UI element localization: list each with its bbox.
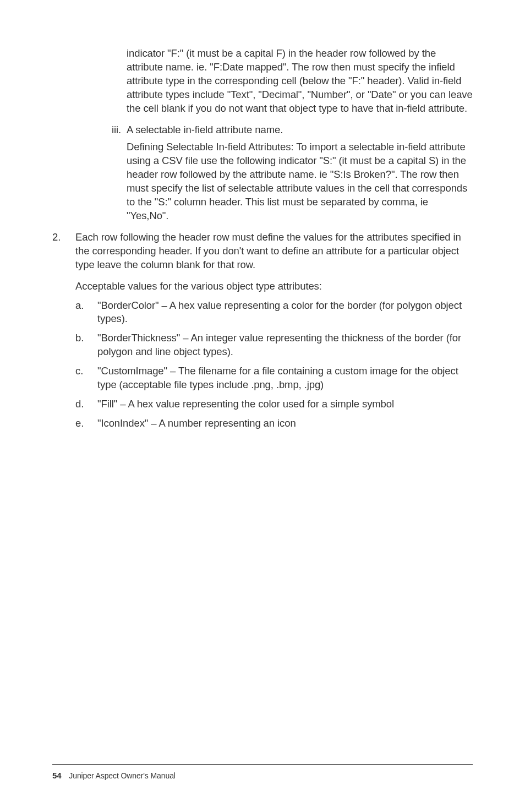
- footer-title: Juniper Aspect Owner's Manual: [69, 771, 176, 780]
- list-item-a: a. "BorderColor" – A hex value represent…: [75, 299, 473, 326]
- list-marker-numeric: 2.: [52, 231, 75, 272]
- body-text: A selectable in-field attribute name.: [127, 123, 473, 137]
- list-marker-alpha: d.: [75, 397, 97, 411]
- body-text: "CustomImage" – The filename for a file …: [97, 364, 473, 392]
- list-marker-alpha: a.: [75, 299, 97, 326]
- list-item-b: b. "BorderThickness" – An integer value …: [75, 331, 473, 359]
- list-item-2: 2. Each row following the header row mus…: [52, 231, 473, 272]
- body-text: Acceptable values for the various object…: [75, 280, 322, 292]
- list-marker-alpha: b.: [75, 331, 97, 359]
- list-item-iii-paragraph: Defining Selectable In-field Attributes:…: [127, 140, 473, 223]
- body-text: Each row following the header row must d…: [75, 231, 473, 272]
- body-text: indicator "F:" (it must be a capital F) …: [127, 47, 473, 114]
- body-text: "BorderThickness" – An integer value rep…: [97, 331, 473, 359]
- page-number: 54: [52, 771, 62, 780]
- list-marker-roman: iii.: [110, 123, 127, 137]
- page-content: indicator "F:" (it must be a capital F) …: [52, 47, 473, 430]
- list-item-c: c. "CustomImage" – The filename for a fi…: [75, 364, 473, 392]
- page-footer: 54 Juniper Aspect Owner's Manual: [52, 764, 473, 781]
- list-marker-alpha: e.: [75, 417, 97, 430]
- list-item-ii-continuation: indicator "F:" (it must be a capital F) …: [127, 47, 473, 116]
- body-text: "BorderColor" – A hex value representing…: [97, 299, 473, 326]
- list-item-d: d. "Fill" – A hex value representing the…: [75, 397, 473, 411]
- list-item-e: e. "IconIndex" – A number representing a…: [75, 417, 473, 430]
- list-item-iii: iii. A selectable in-field attribute nam…: [110, 123, 473, 137]
- list-item-2-paragraph: Acceptable values for the various object…: [75, 280, 473, 293]
- list-marker-alpha: c.: [75, 364, 97, 392]
- body-text: "Fill" – A hex value representing the co…: [97, 397, 473, 411]
- body-text: "IconIndex" – A number representing an i…: [97, 417, 473, 430]
- body-text: Defining Selectable In-field Attributes:…: [127, 141, 467, 221]
